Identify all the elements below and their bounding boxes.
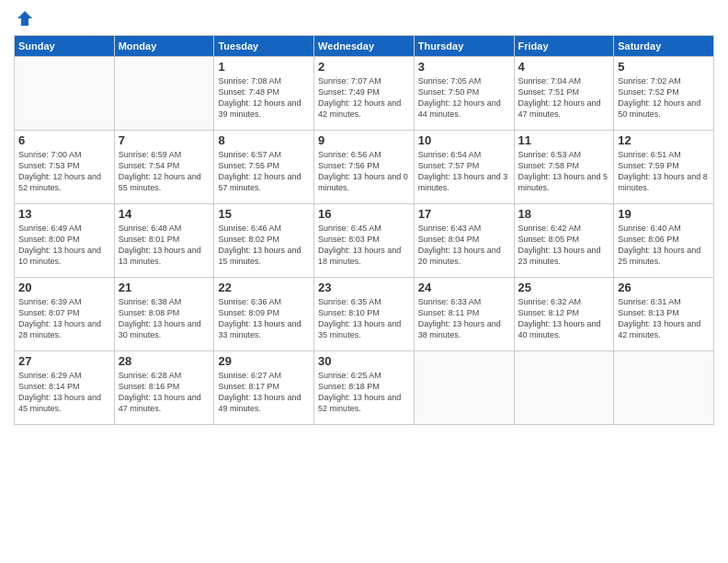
day-number: 8 xyxy=(218,133,310,147)
calendar-cell: 2Sunrise: 7:07 AM Sunset: 7:49 PM Daylig… xyxy=(314,57,415,131)
calendar-cell: 22Sunrise: 6:36 AM Sunset: 8:09 PM Dayli… xyxy=(214,278,314,351)
page: SundayMondayTuesdayWednesdayThursdayFrid… xyxy=(0,0,728,563)
day-number: 13 xyxy=(18,207,110,221)
day-info: Sunrise: 6:27 AM Sunset: 8:17 PM Dayligh… xyxy=(218,370,310,415)
calendar-cell: 10Sunrise: 6:54 AM Sunset: 7:57 PM Dayli… xyxy=(414,131,514,204)
calendar-cell xyxy=(514,351,614,425)
day-number: 19 xyxy=(618,207,710,221)
calendar-cell: 19Sunrise: 6:40 AM Sunset: 8:06 PM Dayli… xyxy=(614,204,714,278)
day-info: Sunrise: 6:45 AM Sunset: 8:03 PM Dayligh… xyxy=(318,223,410,268)
day-number: 20 xyxy=(18,281,110,294)
calendar-week-row: 20Sunrise: 6:39 AM Sunset: 8:07 PM Dayli… xyxy=(15,278,714,351)
calendar-cell xyxy=(414,351,514,425)
day-info: Sunrise: 6:31 AM Sunset: 8:13 PM Dayligh… xyxy=(618,296,710,341)
day-number: 26 xyxy=(618,281,710,294)
weekday-header-saturday: Saturday xyxy=(614,36,714,57)
calendar-cell: 8Sunrise: 6:57 AM Sunset: 7:55 PM Daylig… xyxy=(214,131,314,204)
day-info: Sunrise: 6:35 AM Sunset: 8:10 PM Dayligh… xyxy=(318,296,410,341)
calendar-cell: 26Sunrise: 6:31 AM Sunset: 8:13 PM Dayli… xyxy=(614,278,714,351)
logo xyxy=(14,9,34,28)
day-info: Sunrise: 6:56 AM Sunset: 7:56 PM Dayligh… xyxy=(318,149,410,194)
day-info: Sunrise: 6:43 AM Sunset: 8:04 PM Dayligh… xyxy=(418,223,510,268)
calendar-cell: 11Sunrise: 6:53 AM Sunset: 7:58 PM Dayli… xyxy=(514,131,614,204)
day-number: 12 xyxy=(618,133,710,147)
calendar-week-row: 1Sunrise: 7:08 AM Sunset: 7:48 PM Daylig… xyxy=(15,57,714,131)
day-number: 11 xyxy=(518,133,610,147)
calendar-cell: 24Sunrise: 6:33 AM Sunset: 8:11 PM Dayli… xyxy=(414,278,514,351)
day-number: 2 xyxy=(318,60,410,74)
day-number: 1 xyxy=(218,60,310,74)
day-info: Sunrise: 6:54 AM Sunset: 7:57 PM Dayligh… xyxy=(418,149,510,194)
day-info: Sunrise: 7:02 AM Sunset: 7:52 PM Dayligh… xyxy=(618,75,710,121)
day-info: Sunrise: 7:00 AM Sunset: 7:53 PM Dayligh… xyxy=(18,149,110,194)
calendar-cell: 13Sunrise: 6:49 AM Sunset: 8:00 PM Dayli… xyxy=(15,204,115,278)
day-info: Sunrise: 7:04 AM Sunset: 7:51 PM Dayligh… xyxy=(518,75,610,121)
calendar-cell: 30Sunrise: 6:25 AM Sunset: 8:18 PM Dayli… xyxy=(314,351,415,425)
day-info: Sunrise: 6:42 AM Sunset: 8:05 PM Dayligh… xyxy=(518,223,610,268)
calendar-cell: 27Sunrise: 6:29 AM Sunset: 8:14 PM Dayli… xyxy=(15,351,115,425)
calendar-cell: 4Sunrise: 7:04 AM Sunset: 7:51 PM Daylig… xyxy=(514,57,614,131)
day-number: 3 xyxy=(418,60,510,74)
day-number: 17 xyxy=(418,207,510,221)
day-number: 9 xyxy=(318,133,410,147)
day-number: 24 xyxy=(418,281,510,294)
day-number: 25 xyxy=(518,281,610,294)
day-number: 16 xyxy=(318,207,410,221)
day-number: 4 xyxy=(518,60,610,74)
day-info: Sunrise: 6:40 AM Sunset: 8:06 PM Dayligh… xyxy=(618,223,710,268)
day-number: 30 xyxy=(318,354,410,368)
calendar-cell: 5Sunrise: 7:02 AM Sunset: 7:52 PM Daylig… xyxy=(614,57,714,131)
calendar-week-row: 6Sunrise: 7:00 AM Sunset: 7:53 PM Daylig… xyxy=(15,131,714,204)
day-number: 14 xyxy=(119,207,210,221)
calendar-cell: 12Sunrise: 6:51 AM Sunset: 7:59 PM Dayli… xyxy=(614,131,714,204)
weekday-header-friday: Friday xyxy=(514,36,614,57)
day-number: 7 xyxy=(119,133,210,147)
weekday-header-sunday: Sunday xyxy=(15,36,115,57)
calendar-cell: 1Sunrise: 7:08 AM Sunset: 7:48 PM Daylig… xyxy=(214,57,314,131)
day-number: 6 xyxy=(18,133,110,147)
day-info: Sunrise: 6:49 AM Sunset: 8:00 PM Dayligh… xyxy=(18,223,110,268)
calendar-week-row: 13Sunrise: 6:49 AM Sunset: 8:00 PM Dayli… xyxy=(15,204,714,278)
day-info: Sunrise: 6:59 AM Sunset: 7:54 PM Dayligh… xyxy=(119,149,210,194)
day-number: 5 xyxy=(618,60,710,74)
day-info: Sunrise: 6:29 AM Sunset: 8:14 PM Dayligh… xyxy=(18,370,110,415)
day-number: 18 xyxy=(518,207,610,221)
calendar-cell: 25Sunrise: 6:32 AM Sunset: 8:12 PM Dayli… xyxy=(514,278,614,351)
calendar-cell: 23Sunrise: 6:35 AM Sunset: 8:10 PM Dayli… xyxy=(314,278,415,351)
calendar-cell: 21Sunrise: 6:38 AM Sunset: 8:08 PM Dayli… xyxy=(114,278,214,351)
day-info: Sunrise: 6:46 AM Sunset: 8:02 PM Dayligh… xyxy=(218,223,310,268)
calendar-cell xyxy=(614,351,714,425)
calendar-cell: 16Sunrise: 6:45 AM Sunset: 8:03 PM Dayli… xyxy=(314,204,415,278)
day-info: Sunrise: 7:08 AM Sunset: 7:48 PM Dayligh… xyxy=(218,75,310,121)
calendar-cell: 3Sunrise: 7:05 AM Sunset: 7:50 PM Daylig… xyxy=(414,57,514,131)
calendar-cell: 17Sunrise: 6:43 AM Sunset: 8:04 PM Dayli… xyxy=(414,204,514,278)
calendar-cell: 20Sunrise: 6:39 AM Sunset: 8:07 PM Dayli… xyxy=(15,278,115,351)
day-number: 22 xyxy=(218,281,310,294)
day-info: Sunrise: 6:53 AM Sunset: 7:58 PM Dayligh… xyxy=(518,149,610,194)
weekday-header-row: SundayMondayTuesdayWednesdayThursdayFrid… xyxy=(15,36,714,57)
day-number: 15 xyxy=(218,207,310,221)
day-info: Sunrise: 6:32 AM Sunset: 8:12 PM Dayligh… xyxy=(518,296,610,341)
day-info: Sunrise: 6:57 AM Sunset: 7:55 PM Dayligh… xyxy=(218,149,310,194)
day-number: 27 xyxy=(18,354,110,368)
day-info: Sunrise: 6:33 AM Sunset: 8:11 PM Dayligh… xyxy=(418,296,510,341)
weekday-header-tuesday: Tuesday xyxy=(214,36,314,57)
calendar-cell: 28Sunrise: 6:28 AM Sunset: 8:16 PM Dayli… xyxy=(114,351,214,425)
calendar-cell: 18Sunrise: 6:42 AM Sunset: 8:05 PM Dayli… xyxy=(514,204,614,278)
day-number: 28 xyxy=(119,354,210,368)
calendar-cell: 7Sunrise: 6:59 AM Sunset: 7:54 PM Daylig… xyxy=(114,131,214,204)
day-number: 23 xyxy=(318,281,410,294)
day-info: Sunrise: 6:48 AM Sunset: 8:01 PM Dayligh… xyxy=(119,223,210,268)
calendar-cell xyxy=(114,57,214,131)
day-info: Sunrise: 7:05 AM Sunset: 7:50 PM Dayligh… xyxy=(418,75,510,121)
svg-marker-0 xyxy=(17,11,32,26)
logo-icon xyxy=(16,9,34,28)
calendar-cell: 29Sunrise: 6:27 AM Sunset: 8:17 PM Dayli… xyxy=(214,351,314,425)
day-number: 29 xyxy=(218,354,310,368)
day-info: Sunrise: 6:38 AM Sunset: 8:08 PM Dayligh… xyxy=(119,296,210,341)
calendar-cell: 15Sunrise: 6:46 AM Sunset: 8:02 PM Dayli… xyxy=(214,204,314,278)
day-info: Sunrise: 6:28 AM Sunset: 8:16 PM Dayligh… xyxy=(119,370,210,415)
day-info: Sunrise: 6:51 AM Sunset: 7:59 PM Dayligh… xyxy=(618,149,710,194)
header xyxy=(14,9,714,28)
day-info: Sunrise: 6:25 AM Sunset: 8:18 PM Dayligh… xyxy=(318,370,410,415)
